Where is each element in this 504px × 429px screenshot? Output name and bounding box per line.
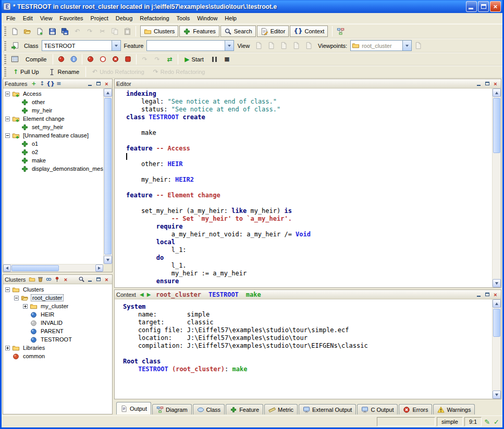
step-into-button[interactable]: ↷ — [139, 54, 151, 65]
panel-maximize-button[interactable] — [94, 80, 102, 87]
panel-close-button[interactable]: × — [103, 276, 110, 283]
save-all-button[interactable] — [59, 26, 71, 37]
pull-up-button[interactable]: ↑ Pull Up — [9, 66, 43, 78]
toolbar-grip[interactable] — [4, 55, 6, 64]
scrollbar-track[interactable] — [493, 97, 501, 279]
menu-view[interactable]: View — [36, 14, 56, 23]
minimize-button[interactable] — [466, 1, 477, 12]
toggle-editor-button[interactable]: Editor — [257, 26, 289, 37]
scrollbar-track[interactable] — [11, 264, 95, 272]
collapse-icon[interactable] — [5, 92, 10, 96]
breadcrumb-cluster[interactable]: root_cluster — [156, 291, 201, 298]
forward-button[interactable]: ▶ — [146, 292, 152, 297]
feature-combobox[interactable] — [146, 40, 234, 51]
panel-close-button[interactable]: × — [491, 80, 499, 87]
collapse-icon[interactable] — [5, 117, 10, 121]
cluster-item-root-cluster[interactable]: root_cluster — [3, 294, 112, 302]
menu-refactoring[interactable]: Refactoring — [136, 14, 173, 23]
cluster-item-libraries[interactable]: Libraries — [3, 344, 112, 352]
panel-maximize-button[interactable] — [94, 276, 102, 283]
context-vertical-scrollbar[interactable] — [492, 299, 501, 399]
paste-button[interactable] — [121, 26, 133, 37]
scroll-down-button[interactable] — [493, 279, 501, 287]
view-clickable-button[interactable] — [265, 40, 277, 52]
feature-item-display-demonstration-messa[interactable]: display_demonstration_messa — [3, 165, 103, 173]
scroll-right-button[interactable] — [95, 264, 103, 272]
scroll-left-button[interactable] — [3, 264, 11, 272]
view-flat-button[interactable] — [278, 40, 290, 52]
collapse-icon[interactable] — [5, 133, 10, 138]
copy-button[interactable] — [109, 26, 121, 37]
scrollbar-thumb[interactable] — [493, 309, 500, 337]
disable-breakpoints-button[interactable] — [97, 54, 109, 65]
toolbar-grip[interactable] — [4, 67, 6, 77]
viewpoints-combobox-dropdown[interactable] — [402, 41, 411, 51]
undo-refactoring-button[interactable]: ↶ Undo Refactoring — [88, 66, 149, 78]
tab-external-output[interactable]: External Output — [299, 404, 356, 414]
undo-button[interactable]: ↶ — [71, 26, 83, 37]
cluster-item-testroot[interactable]: TESTROOT — [3, 335, 112, 344]
features-horizontal-scrollbar[interactable] — [3, 264, 103, 272]
menu-project[interactable]: Project — [87, 14, 112, 23]
panel-minimize-button[interactable] — [86, 276, 94, 283]
panel-close-button[interactable]: × — [103, 80, 110, 87]
menu-favorites[interactable]: Favorites — [56, 14, 87, 23]
toolbar-grip[interactable] — [4, 27, 6, 36]
cluster-item-parent[interactable]: PARENT — [3, 327, 112, 335]
freeze-button[interactable] — [55, 54, 67, 65]
new-window-button[interactable] — [9, 26, 21, 37]
menu-window[interactable]: Window — [193, 14, 221, 23]
step-over-button[interactable]: ↷ — [151, 54, 163, 65]
features-vertical-scrollbar[interactable] — [103, 89, 112, 264]
feature-item-element-change[interactable]: Element change — [3, 115, 103, 123]
toggle-search-button[interactable]: Search — [220, 26, 256, 37]
breadcrumb-feature[interactable]: make — [246, 291, 261, 298]
expand-icon[interactable] — [23, 304, 28, 309]
menu-edit[interactable]: Edit — [19, 14, 36, 23]
scrollbar-thumb[interactable] — [104, 98, 112, 255]
cluster-item-clusters[interactable]: Clusters — [3, 285, 112, 294]
rename-button[interactable]: Rename — [44, 66, 84, 78]
save-button[interactable] — [46, 26, 58, 37]
tab-diagram[interactable]: Diagram — [152, 404, 192, 414]
tab-class[interactable]: Class — [193, 404, 225, 414]
view-basic-button[interactable] — [253, 40, 265, 52]
panel-close-button[interactable]: × — [491, 291, 499, 298]
toolbar-grip[interactable] — [4, 41, 6, 51]
scroll-down-button[interactable] — [493, 390, 501, 399]
back-button[interactable]: ◀ — [139, 292, 145, 297]
collapse-icon[interactable] — [14, 296, 19, 300]
tab-metric[interactable]: Metric — [264, 404, 298, 414]
viewpoints-extra-button[interactable] — [412, 40, 424, 52]
cluster-item-common[interactable]: common — [3, 352, 112, 360]
view-interface-button[interactable] — [303, 40, 315, 52]
feature-item-o1[interactable]: o1 — [3, 140, 103, 148]
tab-warnings[interactable]: Warnings — [433, 404, 475, 414]
panel-minimize-button[interactable] — [475, 80, 483, 87]
sort-button[interactable]: ↕ — [38, 80, 46, 87]
redo-button[interactable]: ↷ — [84, 26, 96, 37]
view-contract-button[interactable] — [290, 40, 302, 52]
new-class-button[interactable] — [34, 26, 46, 37]
editor-text-area[interactable]: indexing legal: "See notice at end of cl… — [115, 89, 492, 287]
feature-item-unnamed-feature-clause[interactable]: [Unnamed feature clause] — [3, 131, 103, 140]
redo-refactoring-button[interactable]: ↷ Redo Refactoring — [149, 66, 210, 78]
scrollbar-track[interactable] — [104, 97, 112, 256]
stop-points-button[interactable] — [122, 54, 134, 65]
scroll-up-button[interactable] — [493, 89, 501, 97]
melt-button[interactable] — [9, 54, 21, 65]
scroll-down-button[interactable] — [104, 256, 112, 264]
feature-item-my-heir[interactable]: my_heir — [3, 106, 103, 115]
list-view-button[interactable]: ≡ — [55, 80, 63, 87]
collapse-icon[interactable] — [5, 287, 10, 292]
remove-button[interactable]: × — [62, 276, 69, 283]
class-combobox[interactable]: TESTROOT — [42, 40, 121, 51]
panel-maximize-button[interactable] — [483, 80, 491, 87]
pin-button[interactable] — [53, 276, 61, 283]
breadcrumb-class[interactable]: TESTROOT — [208, 291, 239, 298]
search-cluster-button[interactable] — [78, 276, 85, 283]
toggle-features-button[interactable]: Features — [179, 26, 219, 37]
menu-help[interactable]: Help — [221, 14, 240, 23]
diagram-tool-button[interactable] — [335, 26, 347, 37]
cluster-item-heir[interactable]: HEIR — [3, 310, 112, 319]
